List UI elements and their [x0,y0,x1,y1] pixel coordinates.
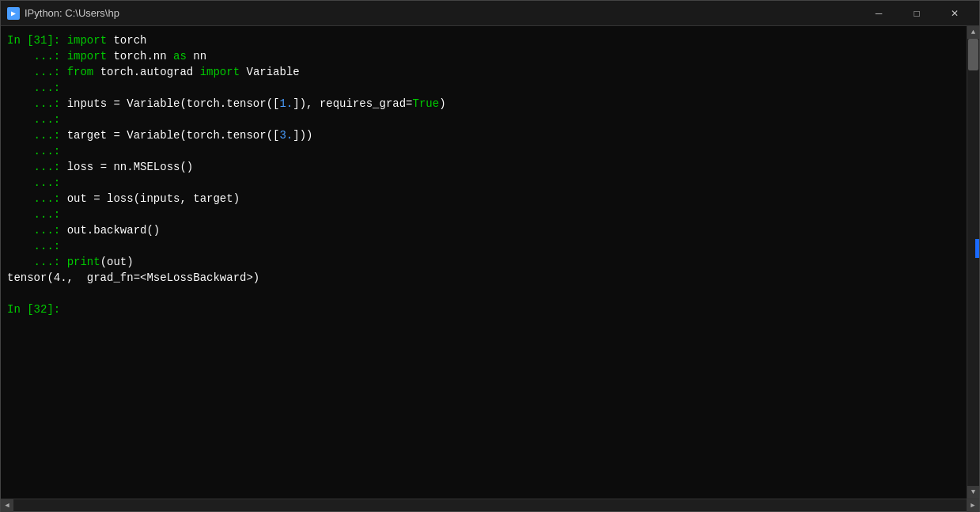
scroll-accent [975,239,979,258]
scroll-track[interactable] [967,39,979,486]
scroll-left-button[interactable]: ◀ [1,499,13,512]
scroll-up-button[interactable]: ▲ [967,26,980,39]
horizontal-scrollbar[interactable]: ◀ ▶ [1,499,979,511]
window-title: IPython: C:\Users\hp [25,7,119,19]
main-window: ▶ IPython: C:\Users\hp ─ □ ✕ In [31]: im… [0,0,980,512]
terminal-output: In [31]: import torch ...: import torch.… [1,29,967,320]
scroll-down-button[interactable]: ▼ [967,486,980,499]
terminal-area[interactable]: In [31]: import torch ...: import torch.… [1,26,967,499]
close-button[interactable]: ✕ [936,1,973,26]
maximize-button[interactable]: □ [899,1,935,26]
app-icon: ▶ [7,7,20,20]
title-bar-left: ▶ IPython: C:\Users\hp [7,7,119,20]
title-bar: ▶ IPython: C:\Users\hp ─ □ ✕ [1,1,979,26]
scroll-right-button[interactable]: ▶ [967,499,979,512]
minimize-button[interactable]: ─ [861,1,897,26]
scroll-thumb[interactable] [968,39,978,70]
horizontal-scroll-track[interactable] [13,499,967,511]
vertical-scrollbar[interactable]: ▲ ▼ [967,26,979,499]
main-area: In [31]: import torch ...: import torch.… [1,26,979,499]
window-controls: ─ □ ✕ [861,1,973,26]
